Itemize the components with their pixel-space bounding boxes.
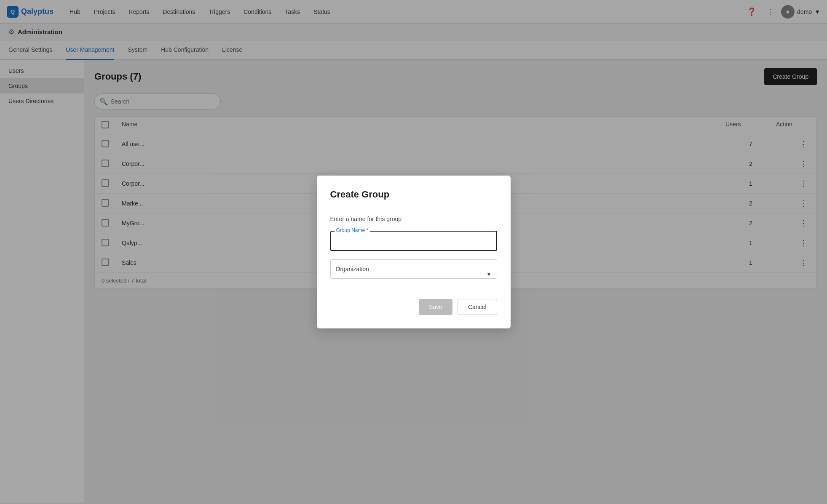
required-indicator: * <box>367 227 369 233</box>
save-button[interactable]: Save <box>419 299 452 315</box>
modal-subtitle: Enter a name for this group <box>330 216 497 222</box>
modal-title: Create Group <box>330 189 497 200</box>
modal-overlay[interactable]: Create Group Enter a name for this group… <box>0 0 827 503</box>
group-name-input[interactable] <box>330 231 497 251</box>
modal-actions: Save Cancel <box>330 299 497 315</box>
organization-select[interactable]: Organization <box>330 259 497 279</box>
organization-select-wrapper: Organization ▼ <box>330 259 497 289</box>
group-name-field-group: Group Name * <box>330 231 497 251</box>
create-group-modal: Create Group Enter a name for this group… <box>317 176 511 328</box>
modal-divider <box>330 207 497 207</box>
cancel-button[interactable]: Cancel <box>458 299 497 315</box>
group-name-label: Group Name * <box>335 227 370 233</box>
